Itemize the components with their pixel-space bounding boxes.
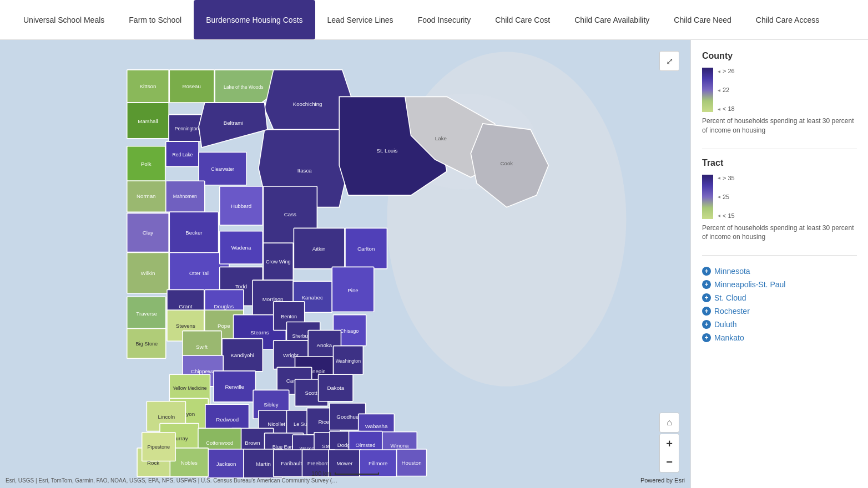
sidebar-divider-2 bbox=[702, 255, 857, 256]
tract-gradient-bar bbox=[702, 175, 713, 219]
svg-text:Lake: Lake bbox=[435, 135, 447, 141]
svg-text:Martin: Martin bbox=[256, 461, 271, 467]
nav-item-burdensome-housing-costs[interactable]: Burdensome Housing Costs bbox=[194, 0, 315, 39]
plus-icon-rochester: + bbox=[702, 307, 711, 316]
tract-legend-title: Tract bbox=[702, 158, 857, 168]
svg-text:Chippewa: Chippewa bbox=[191, 368, 215, 374]
nav-bar: Universal School MealsFarm to SchoolBurd… bbox=[0, 0, 868, 40]
svg-text:Roseau: Roseau bbox=[182, 83, 200, 89]
svg-text:Koochiching: Koochiching bbox=[293, 101, 322, 107]
nav-item-farm-to-school[interactable]: Farm to School bbox=[117, 0, 194, 39]
nav-item-lead-service-lines[interactable]: Lead Service Lines bbox=[315, 0, 406, 39]
svg-text:Lake of the Woods: Lake of the Woods bbox=[224, 84, 264, 90]
svg-text:Otter Tail: Otter Tail bbox=[189, 271, 209, 276]
zoom-minus-icon: − bbox=[666, 456, 673, 469]
location-label-duluth: Duluth bbox=[714, 320, 736, 329]
svg-text:Pipestone: Pipestone bbox=[148, 444, 170, 450]
location-link-mankato[interactable]: +Mankato bbox=[702, 331, 857, 344]
nav-item-child-care-access[interactable]: Child Care Access bbox=[744, 0, 831, 39]
svg-text:Norman: Norman bbox=[137, 193, 155, 199]
plus-icon-minnesota: + bbox=[702, 267, 711, 276]
svg-text:Cook: Cook bbox=[501, 160, 513, 166]
county-legend-low: ◂ < 18 bbox=[718, 105, 735, 112]
county-legend-labels: ◂ > 26 ◂ 22 ◂ < 18 bbox=[718, 68, 735, 112]
nav-item-food-insecurity[interactable]: Food Insecurity bbox=[406, 0, 483, 39]
home-button[interactable]: ⌂ bbox=[659, 413, 679, 433]
svg-text:Renville: Renville bbox=[225, 384, 244, 390]
svg-text:Benton: Benton bbox=[281, 314, 297, 319]
svg-text:Aitkin: Aitkin bbox=[312, 246, 326, 252]
location-label-mankato: Mankato bbox=[714, 333, 744, 342]
svg-text:Pennington: Pennington bbox=[175, 126, 199, 131]
svg-text:Wabasha: Wabasha bbox=[365, 423, 388, 429]
svg-text:Brown: Brown bbox=[245, 440, 260, 446]
plus-icon-duluth: + bbox=[702, 320, 711, 329]
county-legend-mid: ◂ 22 bbox=[718, 87, 735, 93]
svg-text:Mahnomen: Mahnomen bbox=[173, 194, 197, 199]
location-link-minnesota[interactable]: +Minnesota bbox=[702, 265, 857, 278]
svg-text:Anoka: Anoka bbox=[317, 342, 332, 348]
county-legend-description: Percent of households spending at least … bbox=[702, 116, 857, 135]
county-legend-section: County ◂ > 26 ◂ 22 ◂ < 18 Percent of hou… bbox=[702, 51, 857, 135]
svg-text:Goodhue: Goodhue bbox=[336, 414, 359, 420]
svg-text:Stearns: Stearns bbox=[250, 329, 269, 336]
powered-by-esri: Powered by Esri bbox=[640, 477, 685, 484]
location-link-minneapolis-st-paul[interactable]: +Minneapolis-St. Paul bbox=[702, 278, 857, 291]
svg-text:Polk: Polk bbox=[141, 161, 152, 167]
location-link-rochester[interactable]: +Rochester bbox=[702, 304, 857, 318]
tract-legend-labels: ◂ > 35 ◂ 25 ◂ < 15 bbox=[718, 175, 735, 219]
svg-text:Carlton: Carlton bbox=[357, 246, 375, 252]
home-icon: ⌂ bbox=[667, 418, 672, 428]
svg-text:Big Stone: Big Stone bbox=[136, 341, 158, 347]
location-label-minnesota: Minnesota bbox=[714, 267, 750, 276]
zoom-plus-icon: + bbox=[666, 438, 673, 450]
nav-item-child-care-need[interactable]: Child Care Need bbox=[662, 0, 744, 39]
svg-text:Cass: Cass bbox=[284, 211, 296, 217]
svg-text:Crow Wing: Crow Wing bbox=[266, 259, 291, 265]
svg-text:Houston: Houston bbox=[402, 460, 422, 466]
county-legend-title: County bbox=[702, 51, 857, 61]
nav-item-universal-school-meals[interactable]: Universal School Meals bbox=[11, 0, 117, 39]
sidebar-divider-1 bbox=[702, 149, 857, 149]
svg-text:Hubbard: Hubbard bbox=[231, 203, 251, 209]
svg-text:Chisago: Chisago bbox=[340, 328, 359, 334]
location-link-duluth[interactable]: +Duluth bbox=[702, 318, 857, 331]
svg-text:Yellow Medicine: Yellow Medicine bbox=[173, 385, 207, 391]
location-label-rochester: Rochester bbox=[714, 307, 750, 316]
tract-legend-low: ◂ < 15 bbox=[718, 212, 735, 219]
svg-text:Marshall: Marshall bbox=[138, 118, 158, 124]
svg-text:Clay: Clay bbox=[143, 230, 154, 236]
svg-text:Rice: Rice bbox=[319, 419, 329, 425]
svg-text:St. Louis: St. Louis bbox=[377, 148, 398, 154]
nav-item-child-care-cost[interactable]: Child Care Cost bbox=[483, 0, 562, 39]
svg-text:Redwood: Redwood bbox=[216, 416, 239, 423]
tract-legend-high: ◂ > 35 bbox=[718, 175, 735, 181]
svg-marker-8 bbox=[265, 70, 351, 130]
svg-text:Winona: Winona bbox=[391, 443, 409, 449]
svg-text:Todd: Todd bbox=[235, 283, 247, 289]
svg-text:Wadena: Wadena bbox=[231, 245, 251, 251]
tract-legend-description: Percent of households spending at least … bbox=[702, 223, 857, 242]
zoom-out-button[interactable]: − bbox=[659, 453, 679, 472]
plus-icon-st-cloud: + bbox=[702, 293, 711, 302]
map-container: Kittson Roseau Lake of the Woods Koochic… bbox=[0, 40, 690, 488]
svg-text:Beltrami: Beltrami bbox=[224, 120, 244, 126]
svg-text:Mower: Mower bbox=[336, 460, 353, 466]
scale-label: 100 km bbox=[311, 470, 331, 477]
svg-text:Kandiyohi: Kandiyohi bbox=[230, 352, 254, 358]
zoom-in-button[interactable]: + bbox=[659, 434, 679, 454]
expand-button[interactable]: ⤢ bbox=[659, 51, 679, 71]
location-link-st-cloud[interactable]: +St. Cloud bbox=[702, 291, 857, 304]
expand-icon: ⤢ bbox=[666, 56, 673, 67]
svg-text:Traverse: Traverse bbox=[136, 311, 157, 317]
nav-item-child-care-availability[interactable]: Child Care Availability bbox=[562, 0, 662, 39]
svg-text:Grant: Grant bbox=[179, 303, 193, 309]
plus-icon-mankato: + bbox=[702, 333, 711, 342]
county-gradient-bar bbox=[702, 68, 713, 112]
svg-text:Cottonwood: Cottonwood bbox=[206, 440, 233, 446]
location-label-st-cloud: St. Cloud bbox=[714, 293, 746, 302]
svg-text:Lincoln: Lincoln bbox=[158, 414, 175, 420]
svg-text:Jackson: Jackson bbox=[216, 461, 236, 467]
svg-text:Kanabec: Kanabec bbox=[302, 294, 323, 301]
svg-text:Douglas: Douglas bbox=[214, 303, 234, 309]
